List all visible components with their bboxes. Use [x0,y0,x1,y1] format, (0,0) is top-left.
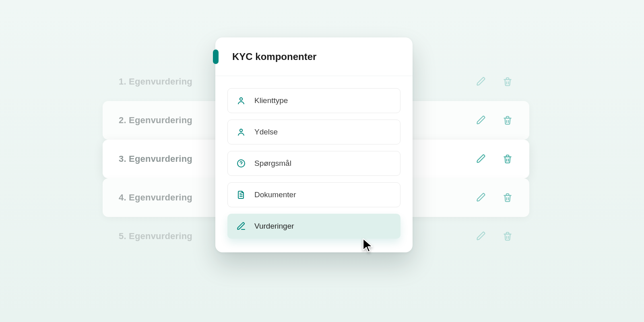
svg-point-1 [240,129,242,132]
row-actions [475,231,513,242]
option-label: Dokumenter [254,190,296,199]
person-icon [236,95,246,106]
assessment-label: 5. Egenvurdering [119,231,192,242]
svg-point-3 [241,165,242,165]
assessment-label: 1. Egenvurdering [119,76,192,87]
option-sporgsmal[interactable]: Spørgsmål [227,151,400,176]
row-actions [475,153,513,165]
row-actions [475,192,513,203]
assessment-label: 2. Egenvurdering [119,115,192,126]
edit-icon [236,221,246,231]
edit-icon[interactable] [475,76,487,87]
edit-icon[interactable] [475,153,487,165]
option-label: Vurderinger [254,222,294,231]
edit-icon[interactable] [475,192,487,203]
row-actions [475,76,513,87]
header-accent [213,50,219,64]
assessment-label: 4. Egenvurdering [119,192,192,203]
trash-icon[interactable] [502,153,513,165]
option-label: Klienttype [254,96,288,105]
assessment-label: 3. Egenvurdering [119,154,192,164]
edit-icon[interactable] [475,231,487,242]
person-icon [236,127,246,137]
svg-point-0 [240,98,242,100]
option-ydelse[interactable]: Ydelse [227,120,400,144]
document-icon [236,190,246,200]
row-actions [475,115,513,126]
panel-title: KYC komponenter [232,51,316,62]
help-icon [236,158,246,169]
trash-icon[interactable] [502,115,513,126]
panel-header: KYC komponenter [215,37,413,76]
trash-icon[interactable] [502,76,513,87]
trash-icon[interactable] [502,231,513,242]
panel-body: Klienttype Ydelse Spørgsmål Dokumenter V… [215,76,413,252]
option-klienttype[interactable]: Klienttype [227,88,400,113]
kyc-components-panel: KYC komponenter Klienttype Ydelse Spørgs… [215,37,413,252]
option-vurderinger[interactable]: Vurderinger [227,214,400,239]
option-dokumenter[interactable]: Dokumenter [227,182,400,207]
trash-icon[interactable] [502,192,513,203]
option-label: Spørgsmål [254,159,291,168]
option-label: Ydelse [254,128,278,136]
edit-icon[interactable] [475,115,487,126]
